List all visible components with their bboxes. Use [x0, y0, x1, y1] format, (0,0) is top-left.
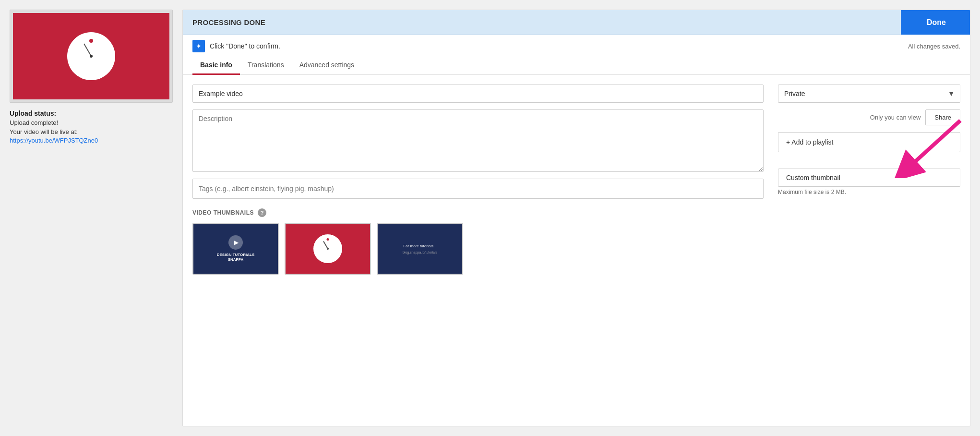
confirm-left: ✦ Click "Done" to confirm. [192, 40, 280, 52]
thumbnails-label: VIDEO THUMBNAILS [192, 209, 254, 216]
right-panel: PROCESSING DONE Done ✦ Click "Done" to c… [182, 10, 970, 426]
max-file-size-text: Maximum file size is 2 MB. [778, 189, 960, 195]
confirm-text: Click "Done" to confirm. [210, 42, 280, 50]
processing-title: PROCESSING DONE [192, 18, 265, 26]
clock-face [67, 32, 115, 80]
right-fields: Public Unlisted Private ▼ Only you can v… [778, 85, 960, 416]
custom-thumbnail-button[interactable]: Custom thumbnail [778, 169, 960, 187]
video-preview-box [10, 10, 173, 103]
custom-thumbnail-area: Custom thumbnail Maximum file size is 2 … [778, 169, 960, 195]
processing-text-area: PROCESSING DONE [183, 10, 901, 35]
thumbnail-2[interactable] [285, 223, 371, 275]
thumbnail-1[interactable]: ▶ DESIGN TUTORIALSSNAPPA [192, 223, 279, 275]
video-preview-inner [13, 13, 169, 99]
thumb2-clock [313, 234, 342, 263]
tags-input[interactable] [192, 179, 764, 199]
thumb1-text: DESIGN TUTORIALSSNAPPA [217, 253, 255, 263]
video-live-label: Your video will be live at: [10, 128, 173, 135]
left-panel: Upload status: Upload complete! Your vid… [10, 10, 173, 426]
thumb1-play-icon: ▶ [228, 235, 243, 250]
thumb2-hand [323, 241, 328, 249]
thumbnail-3[interactable]: For more tutorials... blog.snappa.io/tut… [377, 223, 463, 275]
tabs-row: Basic info Translations Advanced setting… [183, 57, 970, 75]
description-textarea[interactable] [192, 109, 764, 172]
only-you-text: Only you can view [870, 114, 921, 121]
view-share-row: Only you can view Share [778, 109, 960, 125]
thumbnails-row: ▶ DESIGN TUTORIALSSNAPPA [192, 223, 764, 275]
star-icon: ✦ [192, 40, 205, 52]
tab-translations[interactable]: Translations [240, 57, 292, 75]
add-to-playlist-button[interactable]: + Add to playlist [778, 132, 960, 152]
thumb3-url: blog.snappa.io/tutorials [403, 251, 437, 254]
clock-center-dot [90, 55, 93, 58]
upload-status-section: Upload status: Upload complete! Your vid… [10, 108, 173, 146]
upload-complete-text: Upload complete! [10, 119, 173, 126]
help-icon[interactable]: ? [258, 208, 266, 217]
share-button[interactable]: Share [925, 109, 960, 125]
upload-status-label: Upload status: [10, 109, 173, 117]
thumbnails-label-row: VIDEO THUMBNAILS ? [192, 208, 764, 217]
left-fields: VIDEO THUMBNAILS ? ▶ DESIGN TUTORIALSSNA… [192, 85, 764, 416]
privacy-select[interactable]: Public Unlisted Private [778, 85, 960, 103]
privacy-select-wrapper: Public Unlisted Private ▼ [778, 85, 960, 103]
tab-basic-info[interactable]: Basic info [192, 57, 240, 75]
processing-banner: PROCESSING DONE Done [183, 10, 970, 35]
clock-thumbnail-bg [13, 13, 169, 99]
all-changes-saved-text: All changes saved. [908, 43, 960, 50]
thumb1-bg: ▶ DESIGN TUTORIALSSNAPPA [193, 224, 278, 274]
clock-dot [89, 39, 93, 43]
title-input[interactable] [192, 85, 764, 103]
done-button[interactable]: Done [903, 10, 970, 35]
main-content: VIDEO THUMBNAILS ? ▶ DESIGN TUTORIALSSNA… [183, 75, 970, 426]
thumb2-bg [286, 224, 370, 274]
thumb3-text: For more tutorials... [403, 243, 436, 249]
thumbnails-section: VIDEO THUMBNAILS ? ▶ DESIGN TUTORIALSSNA… [192, 208, 764, 275]
thumb2-dot [327, 238, 329, 241]
tab-advanced-settings[interactable]: Advanced settings [292, 57, 362, 75]
confirm-row: ✦ Click "Done" to confirm. All changes s… [183, 35, 970, 54]
thumb3-bg: For more tutorials... blog.snappa.io/tut… [378, 224, 462, 274]
video-url-link[interactable]: https://youtu.be/WFPJSTQZne0 [10, 137, 98, 144]
